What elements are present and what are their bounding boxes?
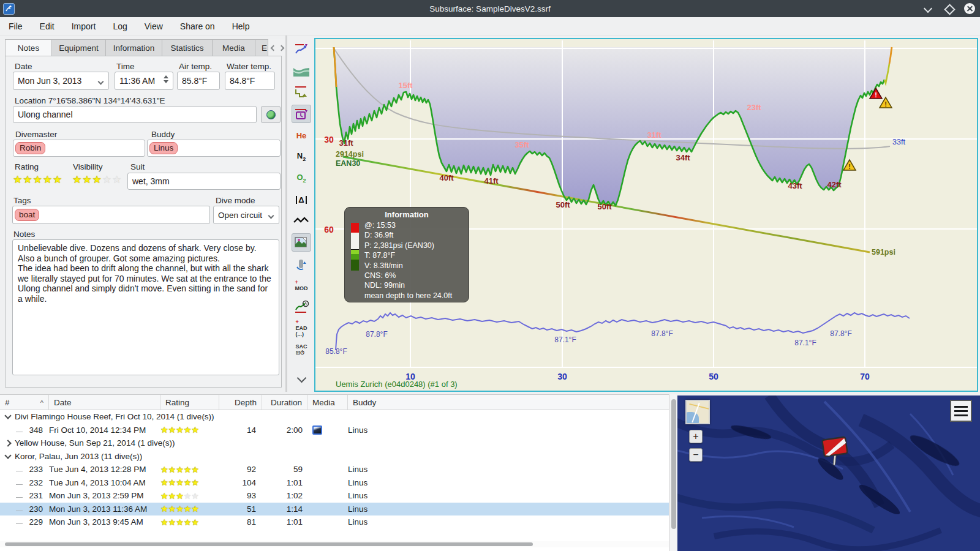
time-value: 11:36 AM [119, 76, 155, 86]
expand-icon[interactable] [4, 440, 11, 446]
calculated-ceiling-icon[interactable] [292, 83, 311, 102]
dive-row-230[interactable]: 230Mon Jun 3, 2013 11:36 AM★★★★★511:14Li… [0, 503, 669, 516]
menu-share-on[interactable]: Share on [172, 17, 224, 36]
menu-import[interactable]: Import [63, 17, 105, 36]
mod-toggle-icon[interactable]: +MOD [292, 276, 311, 294]
menu-help[interactable]: Help [224, 17, 258, 36]
menu-log[interactable]: Log [104, 17, 135, 36]
star-icon[interactable]: ★ [33, 174, 42, 185]
map-overview-thumbnail[interactable] [685, 400, 710, 424]
buddy-field[interactable]: Linus [147, 140, 281, 157]
location-field[interactable]: Ulong channel [13, 106, 257, 123]
star-icon[interactable]: ★ [92, 174, 102, 185]
dive-row-232[interactable]: 232Tue Jun 4, 2013 10:04 AM★★★★★1041:01L… [0, 476, 669, 490]
tab-media[interactable]: Media [212, 39, 255, 56]
column-duration[interactable]: Duration [262, 395, 307, 410]
tab-notes[interactable]: Notes [5, 39, 51, 56]
close-icon[interactable] [964, 3, 975, 14]
menu-file[interactable]: File [0, 17, 31, 36]
sac-rate-icon[interactable]: SAC⊞⏱ [292, 340, 311, 359]
toolbar-scroll-down-icon[interactable] [292, 370, 311, 388]
tab-statistics[interactable]: Statistics [162, 39, 212, 56]
column-rating[interactable]: Rating [160, 395, 219, 410]
tab-equipment[interactable]: Equipment [51, 39, 105, 56]
dive-list-hscrollbar[interactable] [0, 541, 669, 547]
column-media[interactable]: Media [307, 395, 348, 410]
date-combobox[interactable]: Mon Jun 3, 2013 [13, 72, 109, 90]
star-icon[interactable]: ★ [43, 174, 52, 185]
column-number[interactable]: #^ [0, 395, 49, 410]
star-icon[interactable]: ★ [102, 174, 111, 185]
dive-flag-marker[interactable] [818, 433, 855, 471]
map-menu-button[interactable] [950, 400, 972, 422]
dive-profile-chart[interactable]: ! ! ! 30601030507015ft35ft31ft23ft31ft40… [314, 38, 978, 392]
star-icon[interactable]: ★ [23, 174, 32, 185]
dive-row-231[interactable]: 231Mon Jun 3, 2013 2:59 PM★★★★★931:02Lin… [0, 489, 669, 503]
dive-row-229[interactable]: 229Mon Jun 3, 2013 9:45 AM★★★★★811:01Lin… [0, 515, 669, 529]
tab-e[interactable]: E [255, 39, 268, 56]
nitrogen-graph-icon[interactable]: N2 [292, 148, 311, 166]
heart-rate-icon[interactable] [292, 212, 311, 230]
star-icon: ★ [176, 465, 184, 474]
helium-graph-icon[interactable]: He [292, 126, 311, 144]
photo-thumbnail-icon[interactable] [312, 425, 322, 435]
column-buddy[interactable]: Buddy [348, 395, 669, 410]
dc-reported-ceiling-icon[interactable] [292, 298, 311, 316]
star-icon[interactable]: ★ [72, 174, 81, 185]
dive-row-233[interactable]: 233Tue Jun 4, 2013 12:28 PM★★★★★9259Linu… [0, 463, 669, 476]
tag-boat[interactable]: boat [15, 209, 39, 221]
star-icon[interactable]: ★ [53, 174, 62, 185]
map-zoom-out-button[interactable]: − [689, 448, 703, 462]
divemaster-tag[interactable]: Robin [15, 142, 45, 154]
tank-bar-icon[interactable] [292, 255, 311, 273]
oxygen-graph-icon[interactable]: O2 [292, 169, 311, 187]
menu-edit[interactable]: Edit [31, 17, 63, 36]
hscroll-thumb[interactable] [5, 542, 533, 546]
star-icon: ★ [168, 478, 176, 487]
column-depth[interactable]: Depth [219, 395, 262, 410]
water-salinity-icon[interactable] [292, 62, 311, 80]
dive-events-icon[interactable] [292, 105, 311, 123]
dive-site-map[interactable]: + − [677, 395, 980, 551]
star-icon[interactable]: ★ [112, 174, 121, 185]
tissue-heatmap-icon[interactable]: Δ [292, 190, 311, 209]
chevron-down-icon [268, 213, 274, 219]
column-date[interactable]: Date [49, 395, 160, 410]
notes-textarea[interactable]: Unbelievable dive. Dozens and dozens of … [12, 239, 279, 375]
dive-mode-icon[interactable] [292, 40, 311, 59]
water-temp-field[interactable]: 84.8°F [225, 72, 275, 90]
trip-group-row[interactable]: Koror, Palau, Jun 2013 (11 dive(s)) [0, 450, 669, 463]
ead-toggle-icon[interactable]: +EAD(...) [292, 319, 311, 337]
buddy-tag[interactable]: Linus [149, 142, 178, 154]
collapse-icon[interactable] [4, 452, 11, 459]
maximize-icon[interactable] [943, 3, 954, 14]
time-spinbox[interactable]: 11:36 AM [115, 72, 173, 90]
warning-marker-yellow-2[interactable]: ! [843, 160, 856, 170]
trip-group-row[interactable]: Divi Flamingo House Reef, Fri Oct 10, 20… [0, 410, 669, 424]
minimize-icon[interactable] [922, 3, 933, 14]
trip-group-row[interactable]: Yellow House, Sun Sep 21, 2014 (1 dive(s… [0, 437, 669, 450]
air-temp-field[interactable]: 85.8°F [177, 72, 220, 90]
divemaster-field[interactable]: Robin [13, 140, 145, 157]
tab-information[interactable]: Information [105, 39, 162, 56]
visibility-stars[interactable]: ★★★★★ [72, 174, 121, 185]
show-photos-icon[interactable] [292, 233, 311, 252]
map-zoom-in-button[interactable]: + [689, 430, 703, 443]
dive-list-vscrollbar[interactable] [669, 394, 677, 551]
air-temp-label: Air temp. [179, 62, 212, 71]
star-icon[interactable]: ★ [13, 174, 22, 185]
dive-mode-combobox[interactable]: Open circuit [213, 206, 279, 224]
spinner-arrows-icon[interactable] [164, 75, 168, 83]
rating-stars[interactable]: ★★★★★ [13, 174, 62, 185]
tab-scroll-right-icon[interactable] [279, 45, 285, 51]
collapse-icon[interactable] [4, 413, 11, 419]
menu-view[interactable]: View [136, 17, 172, 36]
tab-scroll-left-icon[interactable] [271, 45, 277, 51]
dive-row-348[interactable]: 348Fri Oct 10, 2014 12:34 PM★★★★★142:00L… [0, 424, 669, 437]
tab-scroll-buttons[interactable] [268, 39, 287, 56]
tags-field[interactable]: boat [12, 206, 210, 224]
star-icon[interactable]: ★ [82, 174, 91, 185]
vscroll-thumb[interactable] [671, 399, 676, 529]
geolocation-button[interactable] [261, 106, 281, 123]
suit-field[interactable]: wet, 3mm [127, 173, 281, 190]
